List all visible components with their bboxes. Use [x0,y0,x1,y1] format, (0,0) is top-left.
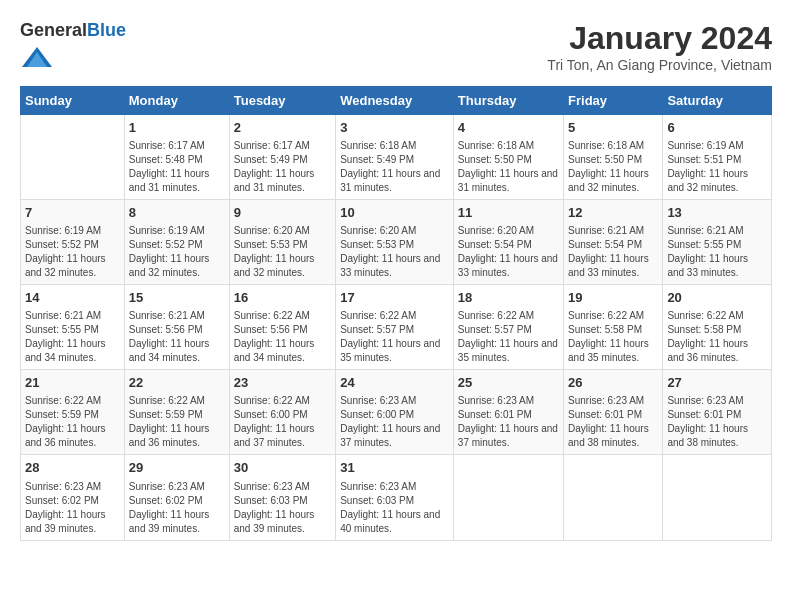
day-info: Sunrise: 6:22 AMSunset: 5:56 PMDaylight:… [234,309,331,365]
day-number: 24 [340,374,449,392]
day-number: 6 [667,119,767,137]
day-info: Sunrise: 6:22 AMSunset: 5:59 PMDaylight:… [25,394,120,450]
title-block: January 2024 Tri Ton, An Giang Province,… [547,20,772,73]
day-number: 27 [667,374,767,392]
calendar-cell: 22Sunrise: 6:22 AMSunset: 5:59 PMDayligh… [124,370,229,455]
day-number: 5 [568,119,658,137]
calendar-cell: 20Sunrise: 6:22 AMSunset: 5:58 PMDayligh… [663,284,772,369]
day-of-week-thursday: Thursday [453,86,563,114]
day-info: Sunrise: 6:20 AMSunset: 5:54 PMDaylight:… [458,224,559,280]
day-number: 22 [129,374,225,392]
day-of-week-wednesday: Wednesday [336,86,454,114]
calendar-cell [564,455,663,540]
day-number: 16 [234,289,331,307]
day-of-week-monday: Monday [124,86,229,114]
calendar-cell: 16Sunrise: 6:22 AMSunset: 5:56 PMDayligh… [229,284,335,369]
day-number: 3 [340,119,449,137]
subtitle: Tri Ton, An Giang Province, Vietnam [547,57,772,73]
calendar-cell: 9Sunrise: 6:20 AMSunset: 5:53 PMDaylight… [229,199,335,284]
calendar-cell: 8Sunrise: 6:19 AMSunset: 5:52 PMDaylight… [124,199,229,284]
day-number: 1 [129,119,225,137]
day-info: Sunrise: 6:18 AMSunset: 5:50 PMDaylight:… [458,139,559,195]
day-info: Sunrise: 6:18 AMSunset: 5:50 PMDaylight:… [568,139,658,195]
day-number: 9 [234,204,331,222]
calendar-cell: 2Sunrise: 6:17 AMSunset: 5:49 PMDaylight… [229,114,335,199]
calendar-cell: 18Sunrise: 6:22 AMSunset: 5:57 PMDayligh… [453,284,563,369]
calendar-cell [663,455,772,540]
day-number: 26 [568,374,658,392]
calendar-cell: 7Sunrise: 6:19 AMSunset: 5:52 PMDaylight… [21,199,125,284]
calendar-cell: 3Sunrise: 6:18 AMSunset: 5:49 PMDaylight… [336,114,454,199]
day-info: Sunrise: 6:22 AMSunset: 5:58 PMDaylight:… [568,309,658,365]
day-info: Sunrise: 6:23 AMSunset: 6:03 PMDaylight:… [234,480,331,536]
day-info: Sunrise: 6:20 AMSunset: 5:53 PMDaylight:… [340,224,449,280]
calendar-cell: 27Sunrise: 6:23 AMSunset: 6:01 PMDayligh… [663,370,772,455]
calendar-cell: 17Sunrise: 6:22 AMSunset: 5:57 PMDayligh… [336,284,454,369]
day-of-week-saturday: Saturday [663,86,772,114]
day-info: Sunrise: 6:23 AMSunset: 6:00 PMDaylight:… [340,394,449,450]
day-info: Sunrise: 6:19 AMSunset: 5:52 PMDaylight:… [25,224,120,280]
calendar-cell: 31Sunrise: 6:23 AMSunset: 6:03 PMDayligh… [336,455,454,540]
day-number: 11 [458,204,559,222]
day-info: Sunrise: 6:22 AMSunset: 5:57 PMDaylight:… [340,309,449,365]
calendar-cell: 14Sunrise: 6:21 AMSunset: 5:55 PMDayligh… [21,284,125,369]
day-number: 19 [568,289,658,307]
day-number: 4 [458,119,559,137]
calendar-cell: 15Sunrise: 6:21 AMSunset: 5:56 PMDayligh… [124,284,229,369]
day-info: Sunrise: 6:21 AMSunset: 5:54 PMDaylight:… [568,224,658,280]
calendar-cell [21,114,125,199]
day-info: Sunrise: 6:20 AMSunset: 5:53 PMDaylight:… [234,224,331,280]
calendar-cell: 21Sunrise: 6:22 AMSunset: 5:59 PMDayligh… [21,370,125,455]
day-info: Sunrise: 6:23 AMSunset: 6:03 PMDaylight:… [340,480,449,536]
day-number: 23 [234,374,331,392]
day-info: Sunrise: 6:23 AMSunset: 6:02 PMDaylight:… [129,480,225,536]
day-number: 31 [340,459,449,477]
logo-blue: Blue [87,20,126,40]
day-number: 2 [234,119,331,137]
day-number: 12 [568,204,658,222]
logo: GeneralBlue [20,20,126,76]
day-number: 8 [129,204,225,222]
calendar-cell: 25Sunrise: 6:23 AMSunset: 6:01 PMDayligh… [453,370,563,455]
calendar-table: SundayMondayTuesdayWednesdayThursdayFrid… [20,86,772,541]
calendar-cell: 10Sunrise: 6:20 AMSunset: 5:53 PMDayligh… [336,199,454,284]
day-info: Sunrise: 6:17 AMSunset: 5:49 PMDaylight:… [234,139,331,195]
calendar-cell: 28Sunrise: 6:23 AMSunset: 6:02 PMDayligh… [21,455,125,540]
calendar-cell: 13Sunrise: 6:21 AMSunset: 5:55 PMDayligh… [663,199,772,284]
day-number: 7 [25,204,120,222]
calendar-week-row: 1Sunrise: 6:17 AMSunset: 5:48 PMDaylight… [21,114,772,199]
day-info: Sunrise: 6:23 AMSunset: 6:01 PMDaylight:… [667,394,767,450]
day-number: 18 [458,289,559,307]
calendar-header-row: SundayMondayTuesdayWednesdayThursdayFrid… [21,86,772,114]
calendar-cell [453,455,563,540]
calendar-cell: 4Sunrise: 6:18 AMSunset: 5:50 PMDaylight… [453,114,563,199]
calendar-week-row: 14Sunrise: 6:21 AMSunset: 5:55 PMDayligh… [21,284,772,369]
day-of-week-tuesday: Tuesday [229,86,335,114]
day-info: Sunrise: 6:22 AMSunset: 5:57 PMDaylight:… [458,309,559,365]
calendar-cell: 24Sunrise: 6:23 AMSunset: 6:00 PMDayligh… [336,370,454,455]
day-info: Sunrise: 6:23 AMSunset: 6:01 PMDaylight:… [568,394,658,450]
day-info: Sunrise: 6:17 AMSunset: 5:48 PMDaylight:… [129,139,225,195]
day-info: Sunrise: 6:19 AMSunset: 5:52 PMDaylight:… [129,224,225,280]
day-info: Sunrise: 6:22 AMSunset: 5:58 PMDaylight:… [667,309,767,365]
page-header: GeneralBlue January 2024 Tri Ton, An Gia… [20,20,772,76]
day-number: 13 [667,204,767,222]
calendar-cell: 6Sunrise: 6:19 AMSunset: 5:51 PMDaylight… [663,114,772,199]
day-info: Sunrise: 6:18 AMSunset: 5:49 PMDaylight:… [340,139,449,195]
calendar-cell: 5Sunrise: 6:18 AMSunset: 5:50 PMDaylight… [564,114,663,199]
day-number: 17 [340,289,449,307]
day-number: 25 [458,374,559,392]
calendar-cell: 29Sunrise: 6:23 AMSunset: 6:02 PMDayligh… [124,455,229,540]
calendar-cell: 1Sunrise: 6:17 AMSunset: 5:48 PMDaylight… [124,114,229,199]
calendar-week-row: 28Sunrise: 6:23 AMSunset: 6:02 PMDayligh… [21,455,772,540]
calendar-cell: 12Sunrise: 6:21 AMSunset: 5:54 PMDayligh… [564,199,663,284]
calendar-cell: 30Sunrise: 6:23 AMSunset: 6:03 PMDayligh… [229,455,335,540]
day-number: 15 [129,289,225,307]
day-number: 21 [25,374,120,392]
day-info: Sunrise: 6:22 AMSunset: 5:59 PMDaylight:… [129,394,225,450]
calendar-cell: 19Sunrise: 6:22 AMSunset: 5:58 PMDayligh… [564,284,663,369]
day-info: Sunrise: 6:21 AMSunset: 5:55 PMDaylight:… [25,309,120,365]
day-info: Sunrise: 6:23 AMSunset: 6:01 PMDaylight:… [458,394,559,450]
calendar-week-row: 21Sunrise: 6:22 AMSunset: 5:59 PMDayligh… [21,370,772,455]
day-info: Sunrise: 6:23 AMSunset: 6:02 PMDaylight:… [25,480,120,536]
